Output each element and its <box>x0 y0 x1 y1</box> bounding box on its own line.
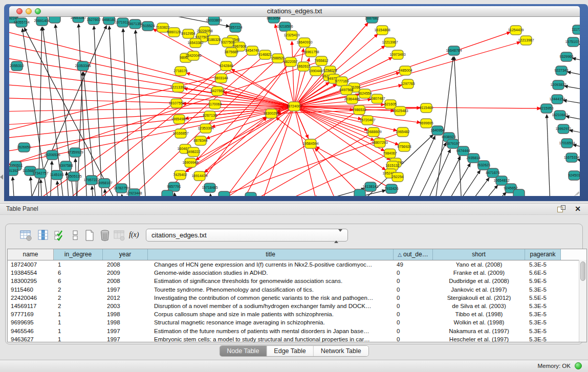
table-cell[interactable]: Genome-wide association studies in ADHD. <box>148 269 394 277</box>
graph-edge[interactable] <box>92 186 93 196</box>
graph-node[interactable]: 18724007 <box>286 102 302 111</box>
graph-node[interactable]: 20364486 <box>344 95 360 104</box>
graph-node[interactable]: 16958107 <box>96 179 112 188</box>
graph-edge[interactable] <box>175 193 176 196</box>
table-cell[interactable]: 49 <box>394 260 433 269</box>
graph-node[interactable]: 6822057 <box>284 57 297 67</box>
table-cell[interactable]: 1 <box>54 318 103 326</box>
table-cell[interactable]: 5.3E-5 <box>525 286 561 294</box>
table-cell[interactable]: 2 <box>54 302 103 310</box>
graph-node[interactable]: 9227343 <box>554 66 568 75</box>
table-cell[interactable]: 0 <box>394 302 433 310</box>
graph-edge[interactable] <box>9 57 294 106</box>
graph-edge[interactable] <box>568 72 580 77</box>
graph-node[interactable]: 9777169 <box>335 77 349 86</box>
graph-node[interactable]: 391392 <box>9 166 18 176</box>
graph-node[interactable]: 18640910 <box>296 38 312 47</box>
graph-edge[interactable] <box>57 181 59 196</box>
graph-node[interactable]: 7955812 <box>314 56 328 65</box>
graph-node[interactable]: 23420046 <box>185 51 201 60</box>
float-panel-icon[interactable] <box>557 205 565 212</box>
table-cell[interactable]: 0 <box>394 310 433 318</box>
graph-node[interactable]: 6879197 <box>446 139 460 148</box>
graph-node[interactable]: 9474444 <box>456 146 470 156</box>
table-cell[interactable]: Dudbridge et al. (2008) <box>433 277 525 285</box>
column-header-title[interactable]: title <box>148 249 394 260</box>
graph-node[interactable]: 19166857 <box>172 129 188 138</box>
table-cell[interactable]: 5.6E-5 <box>525 269 561 277</box>
graph-node[interactable]: 8878344 <box>193 136 207 145</box>
table-cell[interactable]: 9777169 <box>8 310 54 318</box>
graph-node[interactable]: 11254439 <box>508 26 524 35</box>
table-cell[interactable]: 2009 <box>103 269 148 277</box>
table-cell[interactable]: 2003 <box>103 302 148 310</box>
graph-edge[interactable] <box>316 147 391 189</box>
table-cell[interactable]: 5.5E-5 <box>525 294 561 302</box>
graph-node[interactable]: 16909948 <box>182 158 198 167</box>
table-cell[interactable]: 0 <box>394 286 433 294</box>
graph-node[interactable]: 9397588 <box>59 161 73 170</box>
graph-node[interactable]: 7984067 <box>383 149 397 158</box>
table-cell[interactable]: de Silva et al. (2003) <box>433 302 525 310</box>
graph-node[interactable]: 16543382 <box>187 38 203 48</box>
table-cell[interactable]: 2 <box>54 294 103 302</box>
table-cell[interactable]: 2 <box>54 286 103 294</box>
graph-node[interactable]: 18807293 <box>372 138 387 147</box>
table-cell[interactable]: Hescheler et al. (1997) <box>433 335 525 343</box>
table-row[interactable]: 977716911998Corpus callosum shape and si… <box>8 310 586 318</box>
graph-edge[interactable] <box>123 29 130 196</box>
graph-edge[interactable] <box>110 26 118 196</box>
table-row[interactable]: 946362711997Embryonic stem cells: a mode… <box>8 335 586 343</box>
graph-node[interactable]: 9146821 <box>258 50 272 59</box>
graph-node[interactable]: 19218506 <box>277 22 293 31</box>
graph-node[interactable]: 2055310 <box>10 61 24 71</box>
graph-node[interactable]: 20206536 <box>44 150 60 160</box>
table-cell[interactable]: Wolkin et al. (1998) <box>433 318 525 326</box>
table-row[interactable]: 1830029562008Estimation of significance … <box>8 277 586 285</box>
graph-node[interactable]: 2718176 <box>173 67 187 76</box>
graph-edge[interactable] <box>13 177 14 196</box>
column-header-in_degree[interactable]: in_degree <box>54 249 103 260</box>
table-cell[interactable]: 6 <box>54 269 103 277</box>
graph-node[interactable]: 17359929 <box>67 148 83 157</box>
table-cell[interactable]: 1997 <box>103 327 148 335</box>
graph-edge[interactable] <box>122 194 123 196</box>
table-cell[interactable]: 5.3E-5 <box>525 327 561 335</box>
graph-edge[interactable] <box>454 57 462 196</box>
graph-node[interactable]: 14138141 <box>362 182 378 191</box>
graph-edge[interactable] <box>41 180 42 196</box>
table-cell[interactable]: Jankovic et al. (1997) <box>433 286 525 294</box>
graph-edge[interactable] <box>210 194 211 196</box>
graph-node[interactable] <box>162 190 173 196</box>
column-header-pagerank[interactable]: pagerank <box>525 249 561 260</box>
select-column-icon[interactable] <box>37 229 50 242</box>
graph-edge[interactable] <box>573 58 580 63</box>
graph-node[interactable]: 924501 <box>568 171 580 180</box>
graph-node[interactable]: 13505135 <box>66 172 81 181</box>
graph-node[interactable]: 252254 <box>391 172 403 182</box>
table-cell[interactable]: 2008 <box>103 260 148 269</box>
graph-edge[interactable] <box>481 185 497 196</box>
window-resize-grip[interactable] <box>573 189 579 195</box>
graph-node[interactable]: 9756928 <box>397 142 411 151</box>
graph-node[interactable]: 2887682 <box>365 17 379 23</box>
graph-node[interactable]: 1990448 <box>309 67 322 76</box>
graph-node[interactable]: 12093832 <box>550 80 566 90</box>
table-cell[interactable]: Corpus callosum shape and size in male p… <box>148 310 394 318</box>
vertical-scrollbar[interactable] <box>579 260 586 342</box>
graph-edge[interactable] <box>566 116 580 122</box>
graph-node[interactable]: 12444154 <box>549 95 565 104</box>
graph-node[interactable]: 18107552 <box>168 99 184 108</box>
network-window-titlebar[interactable]: citations_edges.txt <box>9 6 580 17</box>
function-builder-icon[interactable]: f(x) <box>129 231 142 243</box>
table-row[interactable]: 969969511998Structural magnetic resonanc… <box>8 318 586 326</box>
graph-node[interactable]: 8267130 <box>203 111 216 120</box>
table-cell[interactable]: 5.3E-5 <box>525 260 561 269</box>
graph-node[interactable]: 16210643 <box>552 111 568 120</box>
select-all-icon[interactable] <box>53 229 67 242</box>
table-cell[interactable]: 1 <box>54 310 103 318</box>
table-cell[interactable]: 6 <box>54 277 103 285</box>
graph-edge[interactable] <box>9 52 311 132</box>
table-cell[interactable]: 1997 <box>103 335 148 343</box>
graph-node[interactable]: 1588520 <box>271 54 285 63</box>
